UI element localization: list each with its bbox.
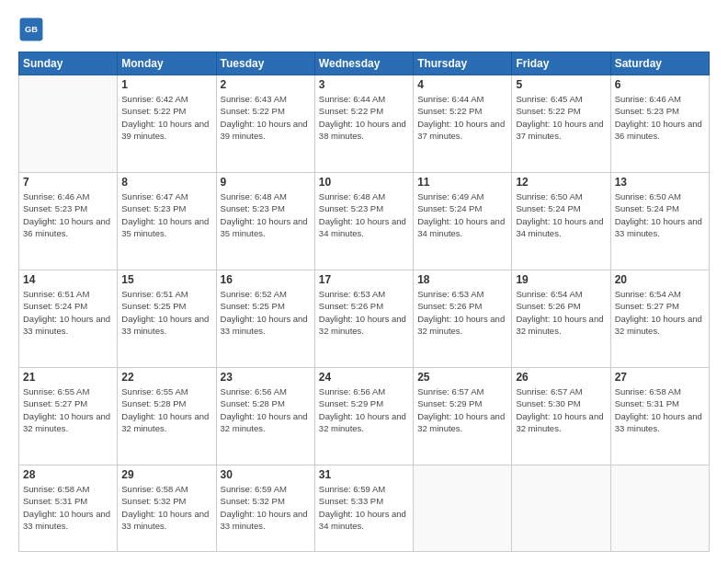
- calendar-cell: 31Sunrise: 6:59 AMSunset: 5:33 PMDayligh…: [314, 465, 413, 552]
- day-number: 6: [615, 78, 705, 91]
- day-number: 17: [319, 273, 409, 286]
- calendar-cell: 5Sunrise: 6:45 AMSunset: 5:22 PMDaylight…: [512, 75, 610, 173]
- calendar-cell: 12Sunrise: 6:50 AMSunset: 5:24 PMDayligh…: [512, 173, 610, 270]
- day-number: 28: [23, 468, 113, 481]
- calendar-cell: 25Sunrise: 6:57 AMSunset: 5:29 PMDayligh…: [414, 368, 512, 465]
- day-number: 20: [615, 273, 705, 286]
- calendar-header-wednesday: Wednesday: [314, 52, 413, 75]
- day-number: 27: [615, 371, 705, 384]
- calendar-cell: 14Sunrise: 6:51 AMSunset: 5:24 PMDayligh…: [19, 270, 118, 368]
- calendar-cell: [19, 75, 118, 173]
- day-info: Sunrise: 6:46 AMSunset: 5:23 PMDaylight:…: [23, 190, 113, 239]
- day-info: Sunrise: 6:57 AMSunset: 5:29 PMDaylight:…: [417, 385, 507, 434]
- day-info: Sunrise: 6:59 AMSunset: 5:32 PMDaylight:…: [221, 483, 311, 532]
- calendar-cell: 21Sunrise: 6:55 AMSunset: 5:27 PMDayligh…: [19, 368, 118, 465]
- day-info: Sunrise: 6:48 AMSunset: 5:23 PMDaylight:…: [319, 190, 409, 239]
- calendar-cell: 18Sunrise: 6:53 AMSunset: 5:26 PMDayligh…: [414, 270, 512, 368]
- calendar-header-friday: Friday: [512, 52, 610, 75]
- day-number: 23: [221, 371, 311, 384]
- calendar-week-row: 14Sunrise: 6:51 AMSunset: 5:24 PMDayligh…: [19, 270, 710, 368]
- day-number: 10: [319, 176, 409, 189]
- calendar-cell: 9Sunrise: 6:48 AMSunset: 5:23 PMDaylight…: [216, 173, 314, 270]
- day-number: 31: [319, 468, 409, 481]
- calendar-header-monday: Monday: [118, 52, 216, 75]
- day-info: Sunrise: 6:57 AMSunset: 5:30 PMDaylight:…: [516, 385, 606, 434]
- day-number: 21: [23, 371, 113, 384]
- day-info: Sunrise: 6:43 AMSunset: 5:22 PMDaylight:…: [221, 93, 311, 142]
- day-info: Sunrise: 6:58 AMSunset: 5:31 PMDaylight:…: [615, 385, 705, 434]
- calendar-header-thursday: Thursday: [414, 52, 512, 75]
- calendar-cell: 30Sunrise: 6:59 AMSunset: 5:32 PMDayligh…: [216, 465, 314, 552]
- day-number: 24: [319, 371, 409, 384]
- day-number: 4: [417, 78, 507, 91]
- calendar-cell: 22Sunrise: 6:55 AMSunset: 5:28 PMDayligh…: [118, 368, 216, 465]
- day-number: 1: [121, 78, 211, 91]
- day-info: Sunrise: 6:53 AMSunset: 5:26 PMDaylight:…: [417, 288, 507, 337]
- day-number: 16: [221, 273, 311, 286]
- day-info: Sunrise: 6:48 AMSunset: 5:23 PMDaylight:…: [221, 190, 311, 239]
- calendar-cell: 20Sunrise: 6:54 AMSunset: 5:27 PMDayligh…: [610, 270, 709, 368]
- day-number: 9: [221, 176, 311, 189]
- day-info: Sunrise: 6:56 AMSunset: 5:28 PMDaylight:…: [221, 385, 311, 434]
- calendar-cell: 27Sunrise: 6:58 AMSunset: 5:31 PMDayligh…: [610, 368, 709, 465]
- day-number: 13: [615, 176, 705, 189]
- day-info: Sunrise: 6:44 AMSunset: 5:22 PMDaylight:…: [319, 93, 409, 142]
- calendar-cell: [512, 465, 610, 552]
- day-number: 14: [23, 273, 113, 286]
- day-info: Sunrise: 6:55 AMSunset: 5:28 PMDaylight:…: [121, 385, 211, 434]
- calendar-week-row: 21Sunrise: 6:55 AMSunset: 5:27 PMDayligh…: [19, 368, 710, 465]
- calendar-cell: 29Sunrise: 6:58 AMSunset: 5:32 PMDayligh…: [118, 465, 216, 552]
- day-number: 15: [121, 273, 211, 286]
- day-number: 19: [516, 273, 606, 286]
- day-number: 22: [121, 371, 211, 384]
- day-number: 12: [516, 176, 606, 189]
- day-info: Sunrise: 6:53 AMSunset: 5:26 PMDaylight:…: [319, 288, 409, 337]
- calendar-cell: [610, 465, 709, 552]
- day-info: Sunrise: 6:47 AMSunset: 5:23 PMDaylight:…: [121, 190, 211, 239]
- calendar-header-tuesday: Tuesday: [216, 52, 314, 75]
- day-number: 11: [417, 176, 507, 189]
- day-number: 26: [516, 371, 606, 384]
- day-number: 2: [221, 78, 311, 91]
- day-info: Sunrise: 6:58 AMSunset: 5:32 PMDaylight:…: [121, 483, 211, 532]
- calendar-header-saturday: Saturday: [610, 52, 709, 75]
- day-info: Sunrise: 6:50 AMSunset: 5:24 PMDaylight:…: [516, 190, 606, 239]
- day-number: 3: [319, 78, 409, 91]
- calendar-cell: 7Sunrise: 6:46 AMSunset: 5:23 PMDaylight…: [19, 173, 118, 270]
- day-info: Sunrise: 6:42 AMSunset: 5:22 PMDaylight:…: [121, 93, 211, 142]
- calendar-cell: 13Sunrise: 6:50 AMSunset: 5:24 PMDayligh…: [610, 173, 709, 270]
- calendar-cell: 15Sunrise: 6:51 AMSunset: 5:25 PMDayligh…: [118, 270, 216, 368]
- calendar-cell: 1Sunrise: 6:42 AMSunset: 5:22 PMDaylight…: [118, 75, 216, 173]
- calendar-cell: 8Sunrise: 6:47 AMSunset: 5:23 PMDaylight…: [118, 173, 216, 270]
- calendar-cell: 3Sunrise: 6:44 AMSunset: 5:22 PMDaylight…: [314, 75, 413, 173]
- logo-icon: GB: [18, 17, 44, 42]
- page: GB SundayMondayTuesdayWednesdayThursdayF…: [0, 0, 728, 563]
- calendar-week-row: 28Sunrise: 6:58 AMSunset: 5:31 PMDayligh…: [19, 465, 710, 552]
- day-info: Sunrise: 6:56 AMSunset: 5:29 PMDaylight:…: [319, 385, 409, 434]
- calendar-table: SundayMondayTuesdayWednesdayThursdayFrid…: [18, 52, 710, 552]
- day-info: Sunrise: 6:54 AMSunset: 5:27 PMDaylight:…: [615, 288, 705, 337]
- calendar-cell: [414, 465, 512, 552]
- day-info: Sunrise: 6:45 AMSunset: 5:22 PMDaylight:…: [516, 93, 606, 142]
- day-info: Sunrise: 6:59 AMSunset: 5:33 PMDaylight:…: [319, 483, 409, 532]
- calendar-header-row: SundayMondayTuesdayWednesdayThursdayFrid…: [19, 52, 710, 75]
- calendar-cell: 28Sunrise: 6:58 AMSunset: 5:31 PMDayligh…: [19, 465, 118, 552]
- day-info: Sunrise: 6:46 AMSunset: 5:23 PMDaylight:…: [615, 93, 705, 142]
- day-number: 7: [23, 176, 113, 189]
- calendar-week-row: 1Sunrise: 6:42 AMSunset: 5:22 PMDaylight…: [19, 75, 710, 173]
- day-info: Sunrise: 6:50 AMSunset: 5:24 PMDaylight:…: [615, 190, 705, 239]
- day-number: 29: [121, 468, 211, 481]
- calendar-cell: 23Sunrise: 6:56 AMSunset: 5:28 PMDayligh…: [216, 368, 314, 465]
- day-info: Sunrise: 6:44 AMSunset: 5:22 PMDaylight:…: [417, 93, 507, 142]
- calendar-cell: 16Sunrise: 6:52 AMSunset: 5:25 PMDayligh…: [216, 270, 314, 368]
- day-number: 30: [221, 468, 311, 481]
- calendar-cell: 26Sunrise: 6:57 AMSunset: 5:30 PMDayligh…: [512, 368, 610, 465]
- day-info: Sunrise: 6:54 AMSunset: 5:26 PMDaylight:…: [516, 288, 606, 337]
- calendar-cell: 2Sunrise: 6:43 AMSunset: 5:22 PMDaylight…: [216, 75, 314, 173]
- calendar-header-sunday: Sunday: [19, 52, 118, 75]
- calendar-cell: 24Sunrise: 6:56 AMSunset: 5:29 PMDayligh…: [314, 368, 413, 465]
- day-info: Sunrise: 6:58 AMSunset: 5:31 PMDaylight:…: [23, 483, 113, 532]
- svg-text:GB: GB: [25, 25, 38, 34]
- calendar-cell: 11Sunrise: 6:49 AMSunset: 5:24 PMDayligh…: [414, 173, 512, 270]
- logo: GB: [18, 17, 48, 42]
